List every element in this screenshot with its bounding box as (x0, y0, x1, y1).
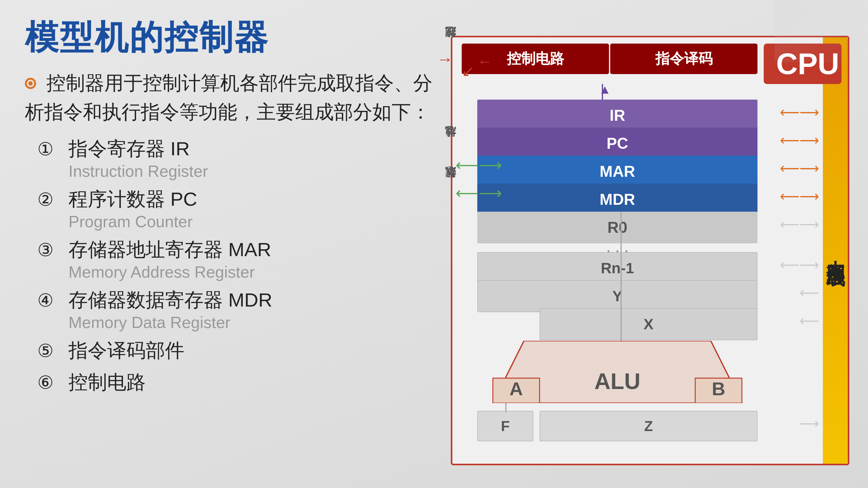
item6-zh: 控制电路 (68, 369, 146, 395)
item4-zh: 存储器数据寄存器 MDR (68, 287, 272, 313)
internal-bus: 内部总线 (823, 37, 848, 464)
x-register: X (539, 308, 757, 340)
intro-content: 控制器用于控制计算机各部件完成取指令、分析指令和执行指令等功能，主要组成部分如下… (25, 72, 432, 123)
item4-num: ④ (37, 290, 62, 311)
f-register: F (477, 411, 533, 441)
svg-text:ALU: ALU (594, 369, 641, 394)
mar-register: MAR (477, 156, 757, 187)
list-item-5: ⑤ 指令译码部件 (37, 337, 445, 363)
item6-num: ⑥ (37, 372, 62, 393)
alu-container: A B ALU (477, 341, 757, 403)
mdr-register: MDR (477, 184, 757, 215)
item5-num: ⑤ (37, 340, 62, 361)
pc-register: PC (477, 128, 757, 159)
item2-en: Program Counter (68, 212, 445, 231)
rn1-register: Rn-1 (477, 252, 757, 284)
intro-text: 控制器用于控制计算机各部件完成取指令、分析指令和执行指令等功能，主要组成部分如下… (25, 68, 445, 126)
list-item-6: ⑥ 控制电路 (37, 369, 445, 395)
item5-zh: 指令译码部件 (68, 337, 184, 363)
decoder-box: 指令译码 (610, 43, 757, 74)
bullet-icon (25, 78, 36, 89)
item2-zh: 程序计数器 PC (68, 186, 197, 212)
item1-en: Instruction Register (68, 162, 445, 181)
item1-zh: 指令寄存器 IR (68, 136, 190, 162)
item3-num: ③ (37, 239, 62, 260)
bg-deco (775, 0, 868, 62)
list-item-3: ③ 存储器地址寄存器 MAR Memory Address Register (37, 236, 445, 281)
items-list: ① 指令寄存器 IR Instruction Register ② 程序计数器 … (37, 136, 445, 395)
page-title: 模型机的控制器 (25, 15, 269, 60)
svg-text:B: B (712, 379, 725, 399)
list-item-2: ② 程序计数器 PC Program Counter (37, 186, 445, 231)
item1-num: ① (37, 138, 62, 160)
item4-en: Memory Data Register (68, 313, 445, 332)
ir-register: IR (477, 100, 757, 131)
cpu-diagram: 内部总线 CPU → 控制电路 指令译码 ▲ IR ⟵⟶ PC ⟵⟶ MAR ⟵… (451, 36, 849, 465)
list-item-4: ④ 存储器数据寄存器 MDR Memory Data Register (37, 287, 445, 332)
z-register: Z (539, 411, 757, 441)
item3-zh: 存储器地址寄存器 MAR (68, 236, 271, 263)
y-register: Y (477, 280, 757, 312)
content-area: 控制器用于控制计算机各部件完成取指令、分析指令和执行指令等功能，主要组成部分如下… (25, 68, 445, 401)
svg-text:A: A (509, 379, 523, 399)
item3-en: Memory Address Register (68, 263, 445, 281)
list-item-1: ① 指令寄存器 IR Instruction Register (37, 136, 445, 181)
item2-num: ② (37, 189, 62, 210)
